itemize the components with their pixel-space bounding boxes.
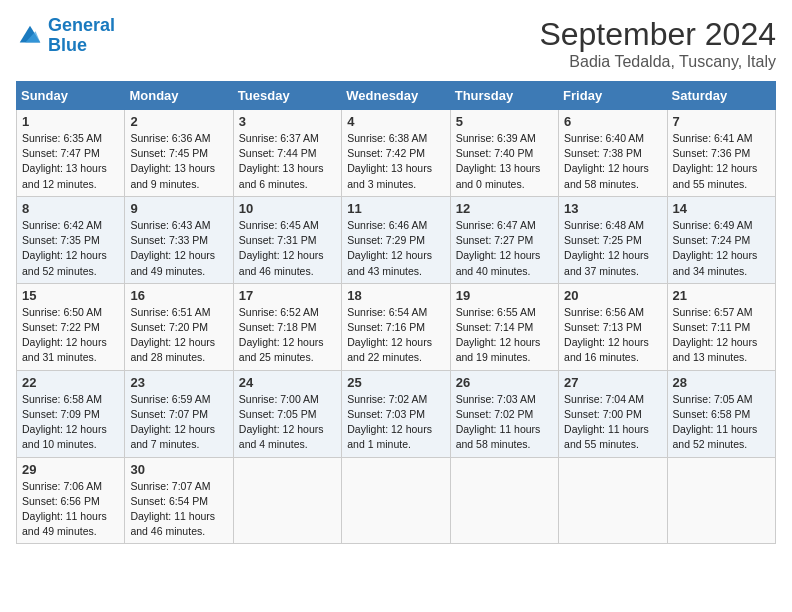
header-sunday: Sunday bbox=[17, 82, 125, 110]
logo-line1: General bbox=[48, 15, 115, 35]
day-number: 23 bbox=[130, 375, 227, 390]
day-info: Sunrise: 6:55 AM Sunset: 7:14 PM Dayligh… bbox=[456, 305, 553, 366]
calendar-cell: 9Sunrise: 6:43 AM Sunset: 7:33 PM Daylig… bbox=[125, 196, 233, 283]
day-number: 4 bbox=[347, 114, 444, 129]
day-number: 8 bbox=[22, 201, 119, 216]
calendar-cell bbox=[559, 457, 667, 544]
day-number: 14 bbox=[673, 201, 770, 216]
calendar-cell: 4Sunrise: 6:38 AM Sunset: 7:42 PM Daylig… bbox=[342, 110, 450, 197]
calendar-cell: 14Sunrise: 6:49 AM Sunset: 7:24 PM Dayli… bbox=[667, 196, 775, 283]
calendar-cell: 7Sunrise: 6:41 AM Sunset: 7:36 PM Daylig… bbox=[667, 110, 775, 197]
day-number: 22 bbox=[22, 375, 119, 390]
page-header: General Blue September 2024 Badia Tedald… bbox=[16, 16, 776, 71]
day-number: 24 bbox=[239, 375, 336, 390]
day-info: Sunrise: 7:06 AM Sunset: 6:56 PM Dayligh… bbox=[22, 479, 119, 540]
day-number: 10 bbox=[239, 201, 336, 216]
calendar-cell bbox=[450, 457, 558, 544]
calendar-cell: 5Sunrise: 6:39 AM Sunset: 7:40 PM Daylig… bbox=[450, 110, 558, 197]
day-info: Sunrise: 6:46 AM Sunset: 7:29 PM Dayligh… bbox=[347, 218, 444, 279]
day-info: Sunrise: 6:54 AM Sunset: 7:16 PM Dayligh… bbox=[347, 305, 444, 366]
day-info: Sunrise: 7:02 AM Sunset: 7:03 PM Dayligh… bbox=[347, 392, 444, 453]
calendar-cell: 8Sunrise: 6:42 AM Sunset: 7:35 PM Daylig… bbox=[17, 196, 125, 283]
calendar-cell: 10Sunrise: 6:45 AM Sunset: 7:31 PM Dayli… bbox=[233, 196, 341, 283]
calendar-cell: 25Sunrise: 7:02 AM Sunset: 7:03 PM Dayli… bbox=[342, 370, 450, 457]
day-number: 26 bbox=[456, 375, 553, 390]
calendar-cell: 23Sunrise: 6:59 AM Sunset: 7:07 PM Dayli… bbox=[125, 370, 233, 457]
calendar-cell: 17Sunrise: 6:52 AM Sunset: 7:18 PM Dayli… bbox=[233, 283, 341, 370]
title-block: September 2024 Badia Tedalda, Tuscany, I… bbox=[539, 16, 776, 71]
day-number: 25 bbox=[347, 375, 444, 390]
calendar-week-3: 15Sunrise: 6:50 AM Sunset: 7:22 PM Dayli… bbox=[17, 283, 776, 370]
calendar-cell: 30Sunrise: 7:07 AM Sunset: 6:54 PM Dayli… bbox=[125, 457, 233, 544]
logo: General Blue bbox=[16, 16, 115, 56]
calendar-cell: 29Sunrise: 7:06 AM Sunset: 6:56 PM Dayli… bbox=[17, 457, 125, 544]
calendar-cell: 1Sunrise: 6:35 AM Sunset: 7:47 PM Daylig… bbox=[17, 110, 125, 197]
page-subtitle: Badia Tedalda, Tuscany, Italy bbox=[539, 53, 776, 71]
calendar-cell: 16Sunrise: 6:51 AM Sunset: 7:20 PM Dayli… bbox=[125, 283, 233, 370]
logo-icon bbox=[16, 22, 44, 50]
calendar-cell: 20Sunrise: 6:56 AM Sunset: 7:13 PM Dayli… bbox=[559, 283, 667, 370]
calendar-cell bbox=[667, 457, 775, 544]
day-info: Sunrise: 6:50 AM Sunset: 7:22 PM Dayligh… bbox=[22, 305, 119, 366]
day-info: Sunrise: 6:45 AM Sunset: 7:31 PM Dayligh… bbox=[239, 218, 336, 279]
calendar-table: SundayMondayTuesdayWednesdayThursdayFrid… bbox=[16, 81, 776, 544]
calendar-week-1: 1Sunrise: 6:35 AM Sunset: 7:47 PM Daylig… bbox=[17, 110, 776, 197]
calendar-cell: 15Sunrise: 6:50 AM Sunset: 7:22 PM Dayli… bbox=[17, 283, 125, 370]
header-thursday: Thursday bbox=[450, 82, 558, 110]
day-number: 11 bbox=[347, 201, 444, 216]
calendar-cell: 18Sunrise: 6:54 AM Sunset: 7:16 PM Dayli… bbox=[342, 283, 450, 370]
day-info: Sunrise: 6:52 AM Sunset: 7:18 PM Dayligh… bbox=[239, 305, 336, 366]
calendar-week-4: 22Sunrise: 6:58 AM Sunset: 7:09 PM Dayli… bbox=[17, 370, 776, 457]
day-info: Sunrise: 6:43 AM Sunset: 7:33 PM Dayligh… bbox=[130, 218, 227, 279]
day-info: Sunrise: 6:56 AM Sunset: 7:13 PM Dayligh… bbox=[564, 305, 661, 366]
day-info: Sunrise: 7:03 AM Sunset: 7:02 PM Dayligh… bbox=[456, 392, 553, 453]
header-monday: Monday bbox=[125, 82, 233, 110]
logo-text: General Blue bbox=[48, 16, 115, 56]
header-friday: Friday bbox=[559, 82, 667, 110]
calendar-cell: 3Sunrise: 6:37 AM Sunset: 7:44 PM Daylig… bbox=[233, 110, 341, 197]
day-info: Sunrise: 6:36 AM Sunset: 7:45 PM Dayligh… bbox=[130, 131, 227, 192]
day-info: Sunrise: 7:05 AM Sunset: 6:58 PM Dayligh… bbox=[673, 392, 770, 453]
day-info: Sunrise: 6:38 AM Sunset: 7:42 PM Dayligh… bbox=[347, 131, 444, 192]
day-number: 20 bbox=[564, 288, 661, 303]
calendar-body: 1Sunrise: 6:35 AM Sunset: 7:47 PM Daylig… bbox=[17, 110, 776, 544]
calendar-cell: 12Sunrise: 6:47 AM Sunset: 7:27 PM Dayli… bbox=[450, 196, 558, 283]
calendar-cell: 6Sunrise: 6:40 AM Sunset: 7:38 PM Daylig… bbox=[559, 110, 667, 197]
day-number: 17 bbox=[239, 288, 336, 303]
calendar-cell: 26Sunrise: 7:03 AM Sunset: 7:02 PM Dayli… bbox=[450, 370, 558, 457]
calendar-cell: 22Sunrise: 6:58 AM Sunset: 7:09 PM Dayli… bbox=[17, 370, 125, 457]
calendar-cell bbox=[342, 457, 450, 544]
day-info: Sunrise: 6:35 AM Sunset: 7:47 PM Dayligh… bbox=[22, 131, 119, 192]
day-number: 16 bbox=[130, 288, 227, 303]
day-number: 13 bbox=[564, 201, 661, 216]
calendar-cell bbox=[233, 457, 341, 544]
day-info: Sunrise: 7:04 AM Sunset: 7:00 PM Dayligh… bbox=[564, 392, 661, 453]
calendar-cell: 28Sunrise: 7:05 AM Sunset: 6:58 PM Dayli… bbox=[667, 370, 775, 457]
day-info: Sunrise: 6:40 AM Sunset: 7:38 PM Dayligh… bbox=[564, 131, 661, 192]
day-number: 1 bbox=[22, 114, 119, 129]
day-number: 3 bbox=[239, 114, 336, 129]
calendar-cell: 19Sunrise: 6:55 AM Sunset: 7:14 PM Dayli… bbox=[450, 283, 558, 370]
day-number: 27 bbox=[564, 375, 661, 390]
header-row: SundayMondayTuesdayWednesdayThursdayFrid… bbox=[17, 82, 776, 110]
day-number: 30 bbox=[130, 462, 227, 477]
day-number: 21 bbox=[673, 288, 770, 303]
day-info: Sunrise: 6:47 AM Sunset: 7:27 PM Dayligh… bbox=[456, 218, 553, 279]
day-number: 9 bbox=[130, 201, 227, 216]
day-number: 12 bbox=[456, 201, 553, 216]
header-wednesday: Wednesday bbox=[342, 82, 450, 110]
day-info: Sunrise: 6:48 AM Sunset: 7:25 PM Dayligh… bbox=[564, 218, 661, 279]
day-number: 18 bbox=[347, 288, 444, 303]
calendar-header: SundayMondayTuesdayWednesdayThursdayFrid… bbox=[17, 82, 776, 110]
header-tuesday: Tuesday bbox=[233, 82, 341, 110]
day-number: 28 bbox=[673, 375, 770, 390]
day-info: Sunrise: 6:59 AM Sunset: 7:07 PM Dayligh… bbox=[130, 392, 227, 453]
day-number: 7 bbox=[673, 114, 770, 129]
day-number: 29 bbox=[22, 462, 119, 477]
day-info: Sunrise: 6:41 AM Sunset: 7:36 PM Dayligh… bbox=[673, 131, 770, 192]
day-number: 6 bbox=[564, 114, 661, 129]
page-title: September 2024 bbox=[539, 16, 776, 53]
calendar-cell: 21Sunrise: 6:57 AM Sunset: 7:11 PM Dayli… bbox=[667, 283, 775, 370]
day-number: 15 bbox=[22, 288, 119, 303]
day-info: Sunrise: 7:07 AM Sunset: 6:54 PM Dayligh… bbox=[130, 479, 227, 540]
